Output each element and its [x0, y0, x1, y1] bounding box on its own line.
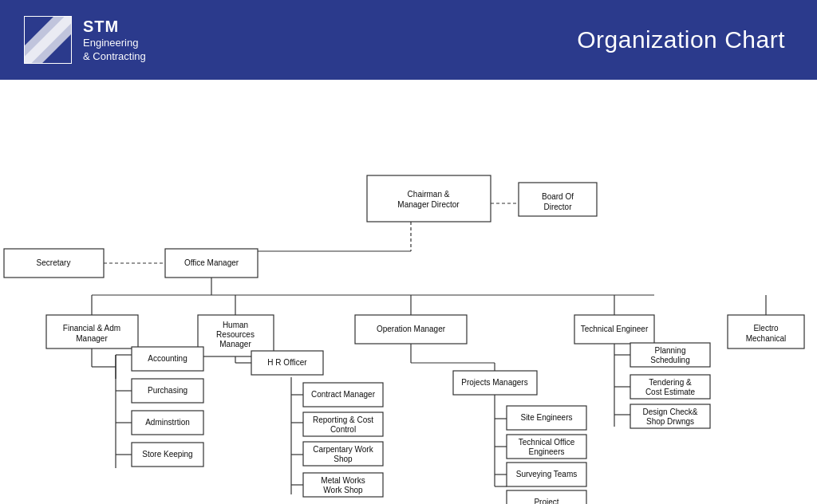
operation-label: Operation Manager — [377, 325, 446, 333]
chairman-label: Chairman & — [408, 190, 450, 199]
metal-works-label2: Work Shop — [323, 486, 363, 494]
chairman-label2: Manager Director — [397, 200, 460, 209]
contract-manager-label: Contract Manager — [311, 390, 376, 399]
electro-label: Electro — [753, 324, 779, 333]
hr-manager-label3: Manager — [219, 340, 251, 348]
projects-managers-label: Projects Managers — [461, 378, 527, 387]
financial-label: Financial & Adm — [63, 324, 120, 333]
reporting-cost-label: Reporting & Cost — [313, 415, 373, 424]
surveying-label: Surveying Teams — [516, 470, 578, 478]
adminstrtion-label: Adminstrtion — [145, 418, 190, 427]
hr-manager-label: Human — [223, 321, 248, 329]
company-sub2: & Contracting — [83, 50, 146, 64]
hr-officer-label: H R Officer — [267, 358, 307, 367]
chairman-box — [367, 175, 491, 222]
stm-logo-icon — [24, 16, 72, 64]
tech-office-label2: Engineers — [528, 447, 564, 456]
electro-label2: Mechanical — [746, 334, 787, 343]
tendering-label: Tendering & — [649, 378, 692, 387]
purchasing-label: Purchasing — [148, 386, 187, 395]
office-manager-label: Office Manager — [184, 258, 239, 267]
design-check-label2: Shop Drwngs — [646, 417, 694, 426]
org-chart-svg: Chairman & Manager Director Board Of Dir… — [0, 80, 817, 504]
hr-manager-label2: Resources — [216, 330, 255, 339]
planning-label: Planning — [655, 346, 686, 355]
technical-label: Technical Engineer — [581, 325, 649, 333]
header: STM Engineering & Contracting Organizati… — [0, 0, 817, 80]
logo-text: STM Engineering & Contracting — [83, 16, 146, 64]
company-sub1: Engineering — [83, 37, 146, 50]
tech-office-label: Technical Office — [519, 438, 575, 447]
financial-label2: Manager — [76, 334, 108, 343]
tendering-label2: Cost Estimate — [645, 388, 696, 396]
board-label2: Director — [543, 203, 572, 211]
reporting-cost-label2: Control — [330, 425, 356, 434]
planning-label2: Scheduling — [650, 356, 689, 364]
page-title: Organization Chart — [577, 26, 785, 53]
carpentry-label2: Shop — [334, 455, 353, 463]
company-name: STM — [83, 16, 146, 37]
logo-area: STM Engineering & Contracting — [24, 16, 146, 64]
chart-area: Chairman & Manager Director Board Of Dir… — [0, 80, 817, 504]
site-engineers-label: Site Engineers — [520, 413, 572, 422]
project-accountants-label: Project — [534, 498, 558, 504]
secretary-label: Secretary — [37, 258, 71, 267]
design-check-label: Design Check& — [643, 408, 698, 416]
board-label: Board Of — [542, 192, 574, 201]
metal-works-label: Metal Works — [321, 476, 365, 485]
store-keeping-label: Store Keeping — [142, 450, 192, 459]
accounting-label: Accounting — [148, 354, 187, 363]
carpentry-label: Carpentary Work — [313, 445, 373, 454]
